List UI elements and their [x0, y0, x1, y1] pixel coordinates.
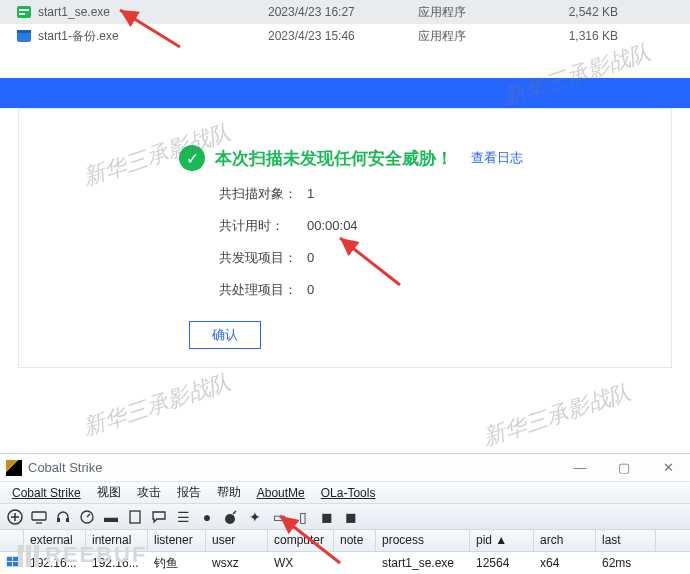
cs-menu: Cobalt Strike 视图 攻击 报告 帮助 AboutMe OLa-To… — [0, 482, 690, 504]
file-type: 应用程序 — [418, 28, 538, 45]
cell-last: 62ms — [596, 556, 656, 570]
dot-icon[interactable]: ● — [198, 508, 216, 526]
file-row[interactable]: start1-备份.exe 2023/4/23 15:46 应用程序 1,316… — [0, 24, 690, 48]
svg-rect-4 — [17, 30, 31, 33]
file-type: 应用程序 — [418, 4, 538, 21]
menu-report[interactable]: 报告 — [169, 484, 209, 501]
cube-icon[interactable]: ◼ — [318, 508, 336, 526]
page-icon[interactable]: ▯ — [294, 508, 312, 526]
file-name: start1-备份.exe — [38, 28, 268, 45]
cs-titlebar[interactable]: Cobalt Strike — ▢ ✕ — [0, 454, 690, 482]
hdr-arch[interactable]: arch — [534, 530, 596, 551]
stat-scanned: 共扫描对象：1 — [219, 185, 641, 203]
minimize-button[interactable]: — — [558, 454, 602, 482]
file-row[interactable]: start1_se.exe 2023/4/23 16:27 应用程序 2,542… — [0, 0, 690, 24]
plus-icon[interactable] — [6, 508, 24, 526]
freebuf-logo: REEBUF — [18, 542, 147, 568]
watermark: 新华三承影战队 — [479, 377, 635, 453]
svg-rect-1 — [19, 9, 29, 11]
hdr-note[interactable]: note — [334, 530, 376, 551]
scan-result-card: ✓ 本次扫描未发现任何安全威胁！ 查看日志 共扫描对象：1 共计用时：00:00… — [18, 108, 672, 368]
stat-found: 共发现项目：0 — [219, 249, 641, 267]
menu-help[interactable]: 帮助 — [209, 484, 249, 501]
confirm-button[interactable]: 确认 — [189, 321, 261, 349]
svg-point-11 — [225, 514, 235, 524]
svg-rect-14 — [7, 562, 12, 566]
svg-rect-12 — [7, 556, 12, 560]
menu-view[interactable]: 视图 — [89, 484, 129, 501]
file-size: 1,316 KB — [538, 29, 628, 43]
cell-user: wsxz — [206, 556, 268, 570]
doc-icon[interactable] — [126, 508, 144, 526]
gauge-icon[interactable] — [78, 508, 96, 526]
cube2-icon[interactable]: ◼ — [342, 508, 360, 526]
menu-cobalt-strike[interactable]: Cobalt Strike — [4, 486, 89, 500]
cs-title: Cobalt Strike — [28, 460, 102, 475]
check-icon: ✓ — [179, 145, 205, 171]
award-icon[interactable]: ✦ — [246, 508, 264, 526]
chat-icon[interactable] — [150, 508, 168, 526]
stat-elapsed: 共计用时：00:00:04 — [219, 217, 641, 235]
file-name: start1_se.exe — [38, 5, 268, 19]
hdr-last[interactable]: last — [596, 530, 656, 551]
view-log-link[interactable]: 查看日志 — [471, 149, 523, 167]
cs-toolbar: ▬ ☰ ● ✦ ▭ ▯ ◼ ◼ — [0, 504, 690, 530]
headphones-icon[interactable] — [54, 508, 72, 526]
display-icon[interactable] — [30, 508, 48, 526]
hdr-computer[interactable]: computer — [268, 530, 334, 551]
cs-logo-icon — [6, 460, 22, 476]
svg-rect-6 — [32, 512, 46, 520]
menu-aboutme[interactable]: AboutMe — [249, 486, 313, 500]
cell-listener: 钓鱼 — [148, 555, 206, 572]
maximize-button[interactable]: ▢ — [602, 454, 646, 482]
cell-process: start1_se.exe — [376, 556, 470, 570]
scan-header-bar — [0, 78, 690, 108]
file-list: start1_se.exe 2023/4/23 16:27 应用程序 2,542… — [0, 0, 690, 48]
svg-rect-2 — [19, 13, 25, 15]
hdr-listener[interactable]: listener — [148, 530, 206, 551]
exe-icon — [16, 28, 32, 44]
layers-icon[interactable]: ☰ — [174, 508, 192, 526]
svg-rect-7 — [57, 518, 60, 522]
bomb-icon[interactable] — [222, 508, 240, 526]
svg-rect-10 — [130, 511, 140, 523]
stat-handled: 共处理项目：0 — [219, 281, 641, 299]
drive-icon[interactable]: ▭ — [270, 508, 288, 526]
scan-title: 本次扫描未发现任何安全威胁！ — [215, 147, 453, 170]
cell-computer: WX — [268, 556, 334, 570]
svg-rect-8 — [66, 518, 69, 522]
file-size: 2,542 KB — [538, 5, 628, 19]
cell-arch: x64 — [534, 556, 596, 570]
folder-icon[interactable]: ▬ — [102, 508, 120, 526]
file-date: 2023/4/23 15:46 — [268, 29, 418, 43]
hdr-pid[interactable]: pid ▲ — [470, 530, 534, 551]
watermark: 新华三承影战队 — [79, 367, 235, 443]
menu-ola[interactable]: OLa-Tools — [313, 486, 384, 500]
svg-rect-0 — [17, 6, 31, 18]
close-button[interactable]: ✕ — [646, 454, 690, 482]
cell-pid: 12564 — [470, 556, 534, 570]
hdr-process[interactable]: process — [376, 530, 470, 551]
exe-icon — [16, 4, 32, 20]
hdr-user[interactable]: user — [206, 530, 268, 551]
menu-attack[interactable]: 攻击 — [129, 484, 169, 501]
file-date: 2023/4/23 16:27 — [268, 5, 418, 19]
